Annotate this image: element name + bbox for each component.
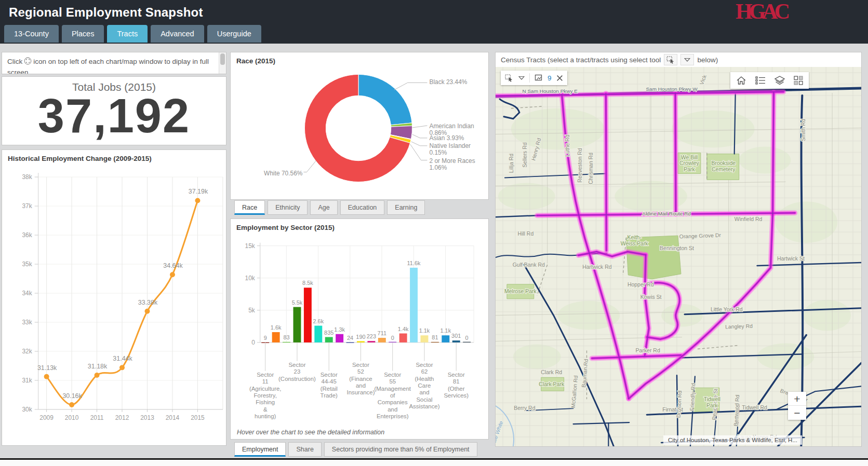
svg-text:83: 83 [283,334,289,340]
svg-text:2011: 2011 [90,414,104,421]
note-scrollbar[interactable] [219,52,226,74]
tab-userguide[interactable]: Userguide [207,25,261,43]
tab-employment[interactable]: Employment [234,442,286,457]
svg-text:Aldine Mail Route Rd: Aldine Mail Route Rd [642,211,691,216]
tab-earning[interactable]: Earning [387,200,425,215]
home-icon[interactable] [736,76,746,85]
svg-text:Hartwick Rd: Hartwick Rd [582,264,612,270]
svg-text:Lillja Rd: Lillja Rd [509,154,514,173]
svg-text:Hill Rd: Hill Rd [517,231,533,237]
tab-ethnicity[interactable]: Ethnicity [268,200,308,215]
svg-text:2013: 2013 [140,414,154,421]
svg-text:N Sam Houston Pkwy E: N Sam Houston Pkwy E [523,88,578,94]
svg-text:Native Islander: Native Islander [429,142,471,149]
svg-text:38k: 38k [22,173,32,181]
race-chart-title: Race (2015) [236,57,275,65]
tab-13-county[interactable]: 13-County [4,25,59,43]
svg-text:Park: Park [684,167,695,172]
svg-text:1.1k: 1.1k [440,327,451,334]
svg-text:Gulf Bank Rd: Gulf Bank Rd [513,262,545,268]
historical-employment-line-chart[interactable]: 30k31k32k33k34k35k36k37k38k2009201020112… [2,150,226,445]
svg-text:0: 0 [251,339,255,346]
svg-text:223: 223 [367,333,376,339]
instruction-note: Clickicon on top left of each chart/map … [2,52,226,74]
svg-text:2010: 2010 [65,414,79,421]
svg-text:Berry Rd: Berry Rd [514,405,535,411]
svg-text:44-45: 44-45 [322,378,337,385]
svg-text:31.44k: 31.44k [113,355,132,362]
tab-advanced[interactable]: Advanced [151,25,204,43]
map-attribution: City of Houston, Texas Parks & Wildlife,… [663,435,802,445]
historical-employment-panel: Historical Employment Change (2009-2015)… [2,149,226,446]
hover-hint: Hover over the chart to see the detailed… [237,429,384,436]
sector-chart-title: Employment by Sector (2015) [236,224,335,231]
note-scrollbar-thumb[interactable] [220,53,225,65]
map-header-text: Census Tracts (select a tract/tracts usi… [501,56,661,64]
svg-text:Enterprises): Enterprises) [377,413,409,419]
svg-text:White 70.56%: White 70.56% [264,170,303,177]
svg-text:Keith-: Keith- [627,235,642,240]
svg-text:(Finance: (Finance [349,376,372,382]
svg-text:Bennington St: Bennington St [660,245,694,251]
employment-by-sector-bar-chart[interactable]: 05k10k15k91.6k835.5k8.5k2.6k8351.3k24190… [231,219,488,439]
svg-text:81: 81 [432,334,438,340]
legend-icon[interactable] [755,76,766,85]
select-tool-icon[interactable] [505,74,514,82]
svg-text:Chrisman Rd: Chrisman Rd [588,153,594,184]
svg-text:31.13k: 31.13k [37,364,57,372]
tab-places[interactable]: Places [62,25,104,43]
svg-text:1.6k: 1.6k [271,324,282,331]
map-canvas[interactable]: N Sam Houston Pkwy ESam Houston Pkwy WVi… [496,67,861,446]
clear-selection-icon[interactable] [556,75,563,81]
svg-text:Hopper Rd: Hopper Rd [627,282,654,287]
svg-text:52: 52 [357,368,364,375]
zoom-out-button[interactable]: − [788,406,806,420]
svg-text:35k: 35k [22,261,32,268]
svg-text:Clark Park: Clark Park [539,381,565,387]
svg-text:Asian 3.93%: Asian 3.93% [429,134,464,142]
svg-text:15k: 15k [245,242,255,250]
expand-icon [24,57,32,67]
svg-text:34.64k: 34.64k [163,262,183,269]
layers-icon[interactable] [774,76,785,85]
tab-sectors-providing-more-than-5-of-employment[interactable]: Sectors providing more than 5% of Employ… [324,442,477,457]
svg-text:9: 9 [264,335,267,341]
svg-text:and: and [356,382,366,389]
svg-text:81: 81 [453,378,460,385]
svg-text:Care: Care [418,382,431,389]
map-viewport[interactable]: N Sam Houston Pkwy ESam Houston Pkwy WVi… [496,67,861,446]
tab-age[interactable]: Age [310,200,337,215]
svg-text:31k: 31k [22,377,32,384]
tab-tracts[interactable]: Tracts [107,25,148,43]
svg-text:Services): Services) [444,392,469,399]
svg-text:1.06%: 1.06% [429,164,447,171]
svg-text:0: 0 [465,335,469,341]
svg-text:Sector: Sector [448,372,465,378]
race-donut-chart[interactable]: Black 23.44%American Indian0.86%Asian 3.… [231,52,488,199]
zoom-in-button[interactable]: + [788,392,806,406]
tab-race[interactable]: Race [234,200,265,215]
tab-share[interactable]: Share [288,442,321,457]
svg-text:0.15%: 0.15% [429,149,447,156]
svg-text:31.18k: 31.18k [88,363,108,370]
svg-text:Assistance): Assistance) [409,403,439,409]
select-dropdown-icon[interactable] [518,76,525,80]
tab-education[interactable]: Education [340,200,385,215]
svg-text:Sector: Sector [384,372,401,378]
employment-by-sector-panel: Employment by Sector (2015) 05k10k15k91.… [230,218,489,440]
basemap-icon[interactable] [794,76,803,85]
svg-text:37.19k: 37.19k [189,188,208,195]
selection-rectangle-icon[interactable] [535,74,543,81]
svg-text:Brookside: Brookside [711,161,736,167]
svg-text:10k: 10k [245,275,255,282]
svg-text:(Retail: (Retail [321,386,338,392]
instruction-note-text: Clickicon on top left of each chart/map … [2,52,226,74]
map-zoom-control: + − [788,392,806,420]
svg-text:32k: 32k [22,348,32,355]
svg-text:2014: 2014 [166,414,180,421]
svg-text:(Management: (Management [374,386,411,392]
svg-text:Reeveston Rd: Reeveston Rd [577,148,583,183]
svg-text:36k: 36k [22,231,32,239]
svg-text:Sector: Sector [321,372,338,378]
svg-text:Langley Rd: Langley Rd [725,323,753,330]
